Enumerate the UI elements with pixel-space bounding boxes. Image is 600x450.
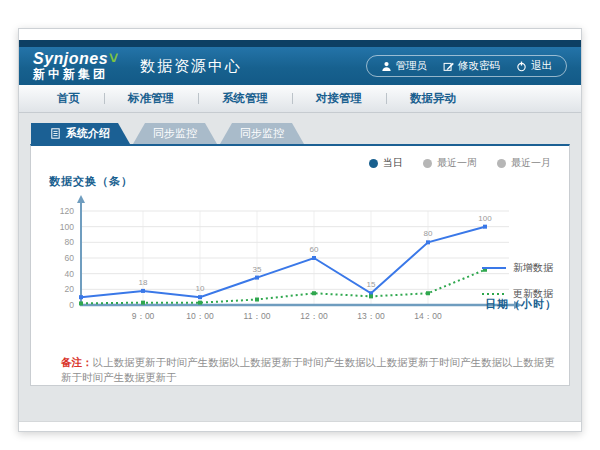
- logout-button[interactable]: 退出: [516, 59, 552, 73]
- svg-text:80: 80: [65, 237, 75, 247]
- page-title: 数据资源中心: [140, 57, 242, 76]
- tab-bar: 系统介绍 同步监控 同步监控: [19, 113, 581, 144]
- data-exchange-chart: 0204060801001209：0010：0011：0012：0013：001…: [43, 193, 529, 345]
- tab-label: 同步监控: [153, 123, 197, 144]
- system-intro-panel: 当日 最近一周 最近一月 数据交换（条） 0204060801001209：00…: [30, 144, 570, 386]
- svg-text:120: 120: [60, 206, 74, 216]
- svg-text:14：00: 14：00: [414, 311, 442, 321]
- main-nav: 首页 标准管理 系统管理 对接管理 数据异动: [19, 85, 581, 113]
- header-accent-bar: [19, 40, 581, 47]
- svg-text:13：00: 13：00: [357, 311, 385, 321]
- chart-legend: 新增数据 更新数据: [482, 261, 553, 301]
- radio-last-week[interactable]: 最近一周: [423, 156, 477, 170]
- svg-text:18: 18: [139, 278, 148, 287]
- svg-text:12：00: 12：00: [300, 311, 328, 321]
- svg-text:20: 20: [65, 284, 75, 294]
- svg-text:9：00: 9：00: [132, 311, 155, 321]
- footnote: 备注：以上数据更新于时间产生数据以上数据更新于时间产生数据以上数据更新于时间产生…: [43, 355, 557, 384]
- document-icon: [51, 128, 60, 139]
- power-icon: [516, 61, 527, 72]
- nav-item-docking[interactable]: 对接管理: [292, 91, 386, 106]
- svg-text:100: 100: [478, 214, 492, 223]
- svg-text:35: 35: [253, 265, 262, 274]
- svg-text:15: 15: [367, 280, 376, 289]
- tab-sync-monitor-2[interactable]: 同步监控: [220, 123, 304, 144]
- footnote-prefix: 备注：: [61, 356, 93, 368]
- radio-label: 最近一月: [511, 156, 551, 170]
- window-top-strip: [19, 29, 581, 40]
- radio-dot: [497, 159, 506, 168]
- svg-text:10：00: 10：00: [186, 311, 214, 321]
- change-password-label: 修改密码: [458, 59, 500, 73]
- svg-text:11：00: 11：00: [244, 311, 271, 321]
- radio-label: 当日: [383, 156, 403, 170]
- logo-text-en: Synjones˅: [33, 51, 118, 68]
- time-range-filter: 当日 最近一周 最近一月: [369, 156, 551, 170]
- svg-text:40: 40: [65, 269, 75, 279]
- legend-new-data[interactable]: 新增数据: [482, 261, 553, 275]
- edit-icon: [443, 61, 454, 72]
- nav-item-standards[interactable]: 标准管理: [104, 91, 198, 106]
- tab-label: 同步监控: [240, 123, 284, 144]
- radio-dot: [423, 159, 432, 168]
- user-icon: [381, 61, 392, 72]
- tab-sync-monitor-1[interactable]: 同步监控: [133, 123, 217, 144]
- app-window: Synjones˅ 新中新集团 数据资源中心 管理员 修改密码: [18, 28, 582, 432]
- dotted-line-swatch: [482, 292, 506, 296]
- solid-line-swatch: [482, 266, 506, 270]
- tab-system-intro[interactable]: 系统介绍: [31, 123, 130, 144]
- content-area: 系统介绍 同步监控 同步监控 当日 最近一周: [19, 113, 581, 421]
- svg-text:60: 60: [310, 245, 319, 254]
- chart-x-axis-title: 日期（小时）: [485, 297, 557, 312]
- chart-region: 0204060801001209：0010：0011：0012：0013：001…: [43, 193, 557, 345]
- user-name-label: 管理员: [396, 59, 428, 73]
- window-footer-strip: [19, 421, 581, 431]
- legend-label: 新增数据: [513, 261, 553, 275]
- tab-label: 系统介绍: [66, 123, 110, 144]
- chart-y-axis-title: 数据交换（条）: [49, 174, 557, 189]
- nav-item-system[interactable]: 系统管理: [198, 91, 292, 106]
- radio-label: 最近一周: [437, 156, 477, 170]
- app-header: Synjones˅ 新中新集团 数据资源中心 管理员 修改密码: [19, 47, 581, 85]
- svg-text:60: 60: [65, 253, 75, 263]
- company-logo[interactable]: Synjones˅ 新中新集团: [33, 51, 118, 80]
- svg-text:80: 80: [424, 229, 433, 238]
- radio-dot-selected: [369, 159, 378, 168]
- svg-text:100: 100: [60, 222, 74, 232]
- radio-today[interactable]: 当日: [369, 156, 403, 170]
- footnote-text: 以上数据更新于时间产生数据以上数据更新于时间产生数据以上数据更新于时间产生数据以…: [61, 356, 555, 383]
- current-user-button[interactable]: 管理员: [381, 59, 428, 73]
- change-password-button[interactable]: 修改密码: [443, 59, 500, 73]
- user-toolbar: 管理员 修改密码 退出: [366, 55, 568, 77]
- svg-text:0: 0: [69, 300, 74, 310]
- nav-item-home[interactable]: 首页: [33, 91, 104, 106]
- logo-text-cn: 新中新集团: [33, 68, 118, 81]
- radio-last-month[interactable]: 最近一月: [497, 156, 551, 170]
- logout-label: 退出: [531, 59, 552, 73]
- leaf-icon: ˅: [108, 50, 118, 67]
- nav-item-changes[interactable]: 数据异动: [386, 91, 480, 106]
- svg-text:10: 10: [196, 284, 205, 293]
